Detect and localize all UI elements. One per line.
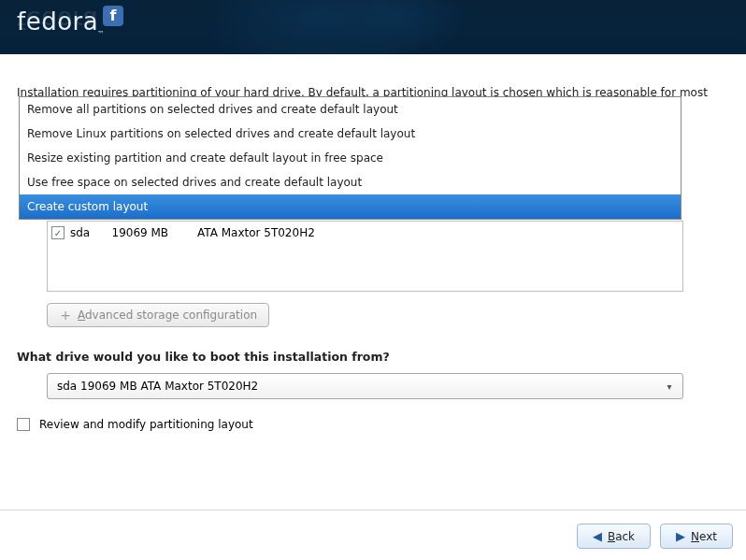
partition-option-custom[interactable]: Create custom layout bbox=[20, 194, 681, 219]
chevron-down-icon: ▾ bbox=[662, 381, 677, 392]
logo-reflection: fedora bbox=[17, 6, 98, 34]
advanced-storage-label: dvanced storage configuration bbox=[85, 309, 257, 322]
review-checkbox[interactable] bbox=[17, 418, 30, 431]
drive-checkbox[interactable]: ✓ bbox=[51, 226, 65, 239]
drive-selection-list[interactable]: ✓ sda 19069 MB ATA Maxtor 5T020H2 bbox=[47, 221, 683, 292]
partition-option-remove-all[interactable]: Remove all partitions on selected drives… bbox=[20, 97, 681, 122]
fedora-logo: fedora ™ f fedora bbox=[17, 7, 98, 36]
arrow-left-icon: ◀ bbox=[593, 529, 602, 543]
boot-drive-select[interactable]: sda 19069 MB ATA Maxtor 5T020H2 ▾ bbox=[47, 373, 683, 399]
partition-option-resize[interactable]: Resize existing partition and create def… bbox=[20, 146, 681, 170]
next-label: ext bbox=[699, 530, 717, 543]
boot-drive-selected-value: sda 19069 MB ATA Maxtor 5T020H2 bbox=[57, 380, 258, 393]
next-button[interactable]: ▶ Next bbox=[660, 524, 733, 549]
advanced-storage-button[interactable]: + Advanced storage configuration bbox=[47, 303, 269, 327]
partition-option-use-free[interactable]: Use free space on selected drives and cr… bbox=[20, 170, 681, 194]
drive-name: sda bbox=[70, 226, 90, 239]
review-label: Review and modify partitioning layout bbox=[39, 418, 253, 431]
partition-option-remove-linux[interactable]: Remove Linux partitions on selected driv… bbox=[20, 122, 681, 146]
drive-row-sda[interactable]: ✓ sda 19069 MB ATA Maxtor 5T020H2 bbox=[51, 223, 679, 242]
fedora-bubble-icon: f bbox=[103, 6, 123, 26]
content-area: Installation requires partitioning of yo… bbox=[0, 54, 746, 560]
back-button[interactable]: ◀ Back bbox=[577, 524, 651, 549]
drive-size: 19069 MB bbox=[112, 226, 169, 239]
review-partitioning-row[interactable]: Review and modify partitioning layout bbox=[17, 418, 729, 431]
plus-icon: + bbox=[59, 309, 72, 322]
boot-drive-label: What drive would you like to boot this i… bbox=[17, 350, 729, 364]
installer-header: fedora ™ f fedora bbox=[0, 0, 746, 54]
trademark-symbol: ™ bbox=[97, 30, 105, 38]
drive-model: ATA Maxtor 5T020H2 bbox=[197, 226, 315, 239]
partition-scheme-dropdown-list[interactable]: Remove all partitions on selected drives… bbox=[19, 96, 681, 220]
arrow-right-icon: ▶ bbox=[676, 529, 685, 543]
footer-nav: ◀ Back ▶ Next bbox=[0, 510, 746, 549]
back-label: ack bbox=[615, 530, 635, 543]
